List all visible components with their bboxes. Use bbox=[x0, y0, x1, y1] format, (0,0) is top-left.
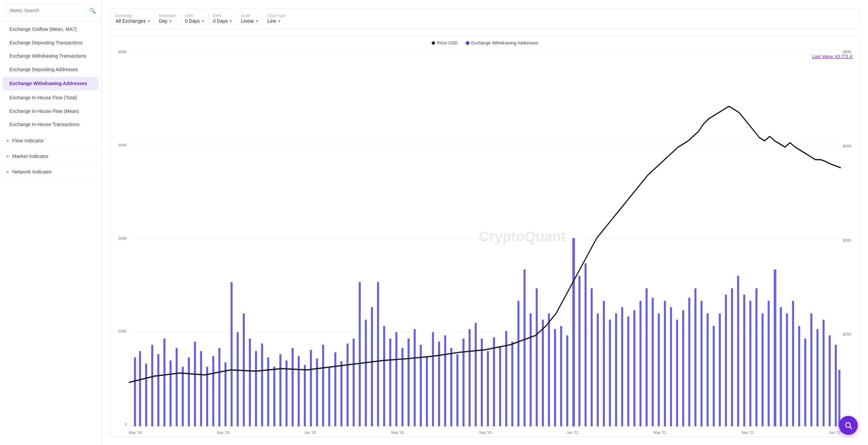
svg-rect-115 bbox=[804, 339, 806, 426]
svg-rect-87 bbox=[633, 310, 635, 426]
y-axis-left: 400K 300K 200K 100K 0 bbox=[110, 36, 129, 437]
svg-rect-9 bbox=[157, 354, 159, 426]
y-label-60k: $60K bbox=[841, 50, 860, 54]
resolution-label: Resolution bbox=[159, 14, 177, 18]
svg-rect-42 bbox=[359, 282, 361, 426]
svg-rect-116 bbox=[810, 313, 812, 426]
svg-rect-7 bbox=[145, 364, 147, 426]
svg-rect-84 bbox=[615, 313, 617, 426]
toolbar-exchange-group: Exchange All Exchanges ▼ bbox=[116, 14, 151, 24]
sidebar-category-market[interactable]: ▶ Market Indicator bbox=[0, 148, 101, 164]
svg-rect-27 bbox=[267, 357, 269, 426]
price-legend-icon bbox=[432, 41, 435, 45]
svg-rect-112 bbox=[786, 313, 788, 426]
svg-rect-55 bbox=[438, 342, 440, 426]
x-label-may21: May '21 bbox=[653, 430, 666, 434]
svg-rect-86 bbox=[627, 317, 629, 426]
chevron-down-icon: ▼ bbox=[256, 19, 259, 23]
ema-select[interactable]: 0 Days ▼ bbox=[213, 18, 232, 24]
sidebar-item-exchange-withdrawing-addr[interactable]: Exchange Withdrawing Addresses bbox=[3, 77, 99, 90]
svg-rect-89 bbox=[646, 288, 648, 426]
svg-rect-28 bbox=[273, 367, 275, 426]
svg-rect-17 bbox=[206, 367, 208, 426]
charttype-select[interactable]: Line ▼ bbox=[267, 18, 285, 24]
chart-svg bbox=[129, 50, 841, 426]
sidebar-category-network[interactable]: ▶ Network Indicator bbox=[0, 164, 101, 180]
sidebar-item-exchange-inhouse-mean[interactable]: Exchange In-House Flow (Mean) bbox=[0, 105, 101, 118]
svg-rect-47 bbox=[389, 339, 391, 426]
search-input[interactable] bbox=[5, 5, 86, 16]
sidebar: 🔍 Exchange Outflow (Mean, MA7) Exchange … bbox=[0, 0, 102, 445]
fab-search-button[interactable] bbox=[839, 416, 858, 435]
svg-rect-100 bbox=[713, 326, 715, 426]
sidebar-category-flow[interactable]: ▶ Flow Indicator bbox=[0, 133, 101, 148]
svg-rect-53 bbox=[426, 356, 428, 426]
toolbar-resolution-group: Resolution Day ▼ bbox=[159, 14, 177, 24]
svg-rect-57 bbox=[450, 348, 452, 426]
svg-rect-51 bbox=[414, 329, 416, 426]
svg-rect-58 bbox=[456, 354, 458, 426]
sidebar-item-exchange-inhouse-tx[interactable]: Exchange In-House Transactions bbox=[0, 118, 101, 132]
svg-rect-36 bbox=[322, 345, 324, 426]
svg-rect-39 bbox=[340, 361, 342, 426]
svg-rect-44 bbox=[371, 307, 373, 426]
svg-rect-118 bbox=[823, 320, 825, 426]
resolution-select[interactable]: Day ▼ bbox=[159, 18, 177, 24]
svg-rect-79 bbox=[585, 263, 587, 426]
svg-line-123 bbox=[850, 427, 852, 429]
sidebar-item-exchange-depositing-tx[interactable]: Exchange Depositing Transactions bbox=[0, 36, 101, 50]
y-label-30k: $30K bbox=[841, 238, 860, 242]
divider bbox=[181, 13, 181, 25]
svg-rect-15 bbox=[194, 342, 196, 426]
svg-rect-54 bbox=[432, 332, 434, 426]
svg-rect-41 bbox=[353, 339, 355, 426]
sidebar-item-exchange-withdrawing-tx[interactable]: Exchange Withdrawing Transactions bbox=[0, 49, 101, 63]
svg-rect-70 bbox=[530, 313, 532, 426]
svg-rect-21 bbox=[231, 282, 233, 426]
chevron-down-icon: ▼ bbox=[278, 19, 281, 23]
svg-rect-114 bbox=[798, 326, 800, 426]
divider bbox=[209, 13, 209, 25]
svg-rect-67 bbox=[511, 342, 513, 426]
svg-rect-75 bbox=[560, 326, 562, 426]
chevron-down-icon: ▼ bbox=[229, 19, 233, 23]
svg-rect-106 bbox=[749, 301, 751, 426]
scale-select[interactable]: Linear ▼ bbox=[241, 18, 259, 24]
svg-rect-121 bbox=[839, 370, 841, 426]
search-icon[interactable]: 🔍 bbox=[89, 7, 96, 14]
metric-legend-icon bbox=[465, 40, 470, 45]
sidebar-item-exchange-outflow[interactable]: Exchange Outflow (Mean, MA7) bbox=[0, 23, 101, 36]
svg-rect-110 bbox=[774, 269, 776, 426]
exchange-select[interactable]: All Exchanges ▼ bbox=[116, 18, 151, 24]
svg-rect-50 bbox=[408, 339, 410, 426]
y-label-100k: 100K bbox=[110, 329, 129, 333]
y-label-45k: $45K bbox=[841, 144, 860, 148]
svg-rect-18 bbox=[212, 356, 214, 426]
svg-rect-74 bbox=[554, 329, 556, 426]
svg-rect-88 bbox=[639, 301, 642, 426]
svg-rect-62 bbox=[481, 339, 483, 426]
divider bbox=[263, 13, 263, 25]
svg-rect-13 bbox=[182, 367, 184, 426]
svg-rect-101 bbox=[719, 313, 721, 426]
svg-rect-25 bbox=[255, 351, 257, 426]
svg-rect-83 bbox=[609, 320, 611, 426]
svg-rect-43 bbox=[365, 320, 367, 426]
svg-rect-92 bbox=[664, 301, 666, 426]
x-label-may20: May '20 bbox=[391, 430, 404, 434]
sidebar-items-list: Exchange Outflow (Mean, MA7) Exchange De… bbox=[0, 21, 101, 133]
svg-rect-8 bbox=[151, 345, 153, 426]
search-box: 🔍 bbox=[0, 0, 101, 21]
svg-rect-102 bbox=[725, 295, 727, 426]
sidebar-item-exchange-depositing-addr[interactable]: Exchange Depositing Addresses bbox=[0, 63, 101, 77]
main-content: Exchange All Exchanges ▼ Resolution Day … bbox=[102, 0, 868, 445]
svg-rect-109 bbox=[768, 301, 770, 426]
x-label-sep20: Sep '20 bbox=[479, 430, 492, 434]
sma-select[interactable]: 0 Days ▼ bbox=[185, 18, 204, 24]
toolbar: Exchange All Exchanges ▼ Resolution Day … bbox=[110, 8, 860, 29]
svg-rect-69 bbox=[524, 269, 526, 426]
sidebar-item-exchange-inhouse-total[interactable]: Exchange In-House Flow (Total) bbox=[0, 91, 101, 105]
svg-rect-38 bbox=[334, 352, 336, 426]
x-label-may19: May '19 bbox=[129, 430, 142, 434]
svg-rect-60 bbox=[469, 329, 471, 426]
